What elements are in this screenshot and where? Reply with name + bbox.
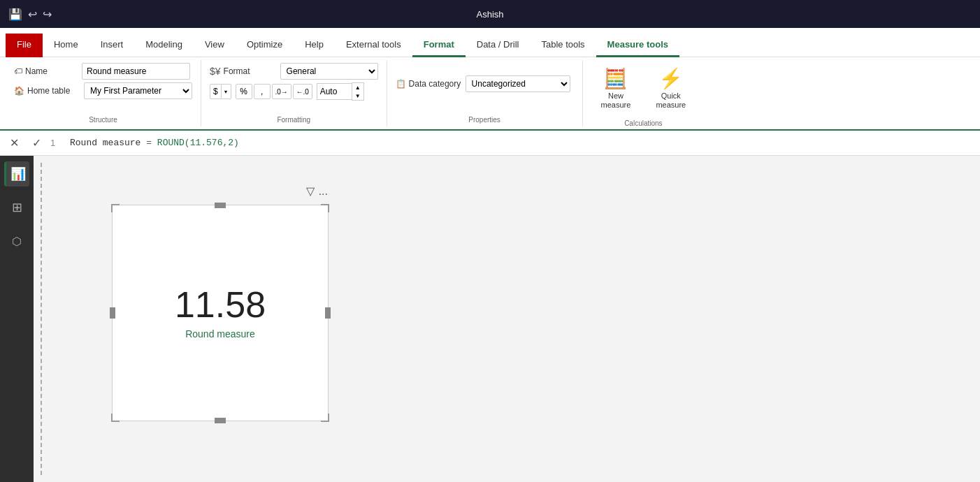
num-format-buttons: % , .0→ ←.0	[236, 84, 312, 99]
properties-group-label: Properties	[396, 113, 574, 124]
handle-corner-bl	[111, 414, 120, 422]
quick-measure-label: Quickmeasure	[656, 92, 686, 110]
data-category-row: 📋 Data category Uncategorized Web URL Im…	[396, 75, 570, 92]
decimal-decrease-button[interactable]: ←.0	[293, 84, 312, 99]
structure-group-label: Structure	[14, 113, 192, 124]
calculations-group: 🧮 Newmeasure ⚡ Quickmeasure Calculations	[583, 60, 705, 126]
handle-bottom	[215, 418, 226, 423]
card-widget[interactable]: ▽ ... 11.58 Round measure	[112, 205, 329, 421]
data-category-icon-label: 📋 Data category	[396, 79, 461, 89]
spinner-down[interactable]: ▼	[352, 92, 363, 100]
spinner-up[interactable]: ▲	[352, 83, 363, 92]
name-label: Name	[25, 66, 78, 76]
handle-right	[325, 307, 331, 319]
left-sidebar: 📊 ⊞ ⬡	[0, 156, 34, 482]
home-table-icon-label: 🏠 Home table	[14, 86, 80, 96]
card-toolbar: ▽ ...	[306, 184, 328, 198]
handle-corner-br	[321, 414, 329, 422]
tab-external-tools[interactable]: External tools	[335, 34, 412, 57]
home-table-label: Home table	[27, 86, 80, 96]
new-measure-label: Newmeasure	[601, 92, 631, 110]
title-user: Ashish	[476, 9, 503, 20]
auto-spinner: ▲ ▼	[317, 82, 364, 101]
title-bar-left: 💾 ↩ ↪	[8, 8, 52, 21]
format-icon-label: $¥ Format	[210, 66, 276, 77]
data-category-label: Data category	[409, 79, 461, 89]
new-measure-icon: 🧮	[603, 67, 628, 90]
filter-icon[interactable]: ▽	[306, 184, 315, 198]
formatting-group-label: Formatting	[210, 113, 378, 124]
home-table-row: 🏠 Home table My First Parameter	[14, 82, 192, 99]
tab-data-drill[interactable]: Data / Drill	[466, 34, 531, 57]
quick-measure-icon: ⚡	[658, 67, 683, 90]
properties-group: 📋 Data category Uncategorized Web URL Im…	[387, 60, 583, 126]
currency-wrap: $ ▾	[210, 84, 231, 99]
currency-dropdown[interactable]: ▾	[222, 84, 231, 99]
formula-cancel-button[interactable]: ✕	[6, 136, 22, 149]
card-value: 11.58	[175, 286, 266, 323]
title-bar-icons: 💾 ↩ ↪	[8, 8, 52, 21]
tab-insert[interactable]: Insert	[89, 34, 135, 57]
formatting-controls: $¥ Format General Decimal Number Whole N…	[210, 63, 378, 113]
tab-help[interactable]: Help	[294, 34, 335, 57]
undo-icon[interactable]: ↩	[28, 8, 37, 21]
currency-button[interactable]: $	[210, 84, 222, 99]
structure-group: 🏷 Name 🏠 Home table My First Parameter S…	[6, 60, 201, 126]
format-icon: $¥	[210, 66, 221, 77]
tab-optimize[interactable]: Optimize	[236, 34, 294, 57]
tab-view[interactable]: View	[194, 34, 236, 57]
spinner-buttons: ▲ ▼	[352, 82, 364, 101]
formula-function: ROUND(11.576,2)	[157, 138, 239, 148]
tab-table-tools[interactable]: Table tools	[530, 34, 596, 57]
formula-confirm-button[interactable]: ✓	[28, 136, 45, 149]
home-table-icon: 🏠	[14, 86, 24, 96]
model-icon: ⬡	[12, 235, 22, 248]
format-row: $¥ Format General Decimal Number Whole N…	[210, 63, 378, 80]
format-select[interactable]: General Decimal Number Whole Number Perc…	[280, 63, 378, 80]
name-input[interactable]	[82, 63, 190, 80]
decimal-increase-button[interactable]: .0→	[272, 84, 291, 99]
calculations-group-label: Calculations	[591, 117, 696, 127]
formula-code[interactable]: Round measure = ROUND(11.576,2)	[70, 138, 239, 148]
formula-measure-name: Round measure	[70, 138, 140, 148]
canvas-area: ▽ ... 11.58 Round measure	[34, 156, 980, 482]
redo-icon[interactable]: ↪	[43, 8, 52, 21]
handle-corner-tr	[321, 204, 329, 212]
number-format-row: $ ▾ % , .0→ ←.0 ▲ ▼	[210, 82, 378, 101]
auto-input[interactable]	[317, 83, 352, 100]
home-table-select[interactable]: My First Parameter	[84, 82, 192, 99]
formula-line-number: 1	[50, 138, 64, 148]
tab-home[interactable]: Home	[43, 34, 89, 57]
properties-controls: 📋 Data category Uncategorized Web URL Im…	[396, 63, 570, 113]
format-label: Format	[224, 66, 276, 76]
data-category-select[interactable]: Uncategorized Web URL Image URL Address	[466, 75, 570, 92]
new-measure-button[interactable]: 🧮 Newmeasure	[591, 63, 641, 114]
sidebar-item-bar-chart[interactable]: 📊	[4, 161, 29, 187]
data-category-icon: 📋	[396, 79, 406, 89]
tab-file[interactable]: File	[6, 34, 43, 57]
handle-top	[215, 203, 226, 208]
formula-operator: =	[146, 138, 157, 148]
tab-measure-tools[interactable]: Measure tools	[596, 34, 679, 57]
name-row: 🏷 Name	[14, 63, 192, 80]
tab-modeling[interactable]: Modeling	[134, 34, 194, 57]
sidebar-item-table[interactable]: ⊞	[4, 195, 29, 220]
title-bar: 💾 ↩ ↪ Ashish	[0, 0, 980, 28]
handle-corner-tl	[111, 204, 120, 212]
quick-measure-button[interactable]: ⚡ Quickmeasure	[646, 63, 696, 114]
name-icon: 🏷	[14, 66, 22, 76]
name-icon-label: 🏷 Name	[14, 66, 78, 76]
comma-button[interactable]: ,	[254, 84, 271, 99]
sidebar-item-model[interactable]: ⬡	[4, 228, 29, 254]
main-area: 📊 ⊞ ⬡ ▽	[0, 156, 980, 482]
table-icon: ⊞	[12, 200, 22, 215]
canvas-inner: ▽ ... 11.58 Round measure	[41, 163, 973, 475]
tab-format[interactable]: Format	[412, 34, 466, 57]
structure-controls: 🏷 Name 🏠 Home table My First Parameter	[14, 63, 192, 113]
save-icon[interactable]: 💾	[8, 8, 22, 21]
calculations-buttons: 🧮 Newmeasure ⚡ Quickmeasure	[591, 63, 696, 114]
handle-left	[110, 307, 115, 319]
more-options-icon[interactable]: ...	[319, 185, 328, 198]
ribbon: 🏷 Name 🏠 Home table My First Parameter S…	[0, 57, 980, 131]
percent-button[interactable]: %	[236, 84, 252, 99]
